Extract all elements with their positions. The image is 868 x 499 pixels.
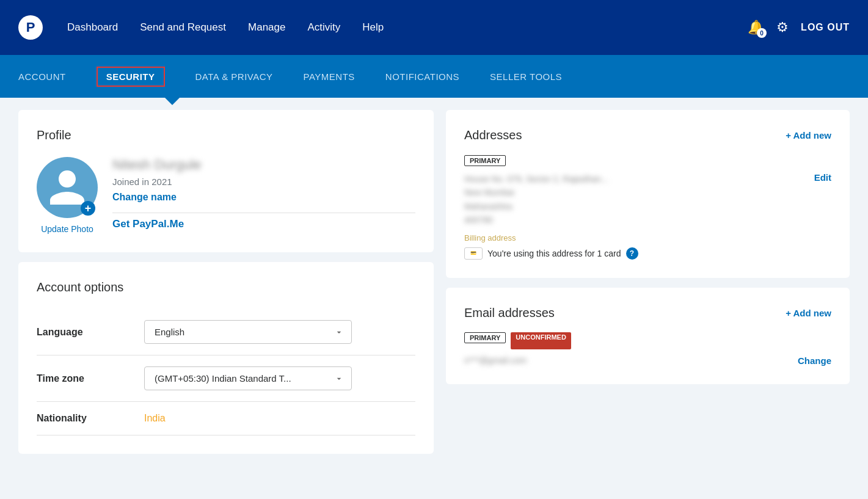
address-card-info: 💳 You're using this address for 1 card ? — [464, 247, 831, 260]
add-email-link[interactable]: + Add new — [786, 308, 831, 318]
tab-seller-tools[interactable]: SELLER TOOLS — [490, 69, 562, 84]
avatar-wrapper: + Update Photo — [37, 157, 98, 234]
email-unconfirmed-badge: UNCONFIRMED — [511, 332, 571, 349]
language-label: Language — [37, 327, 134, 338]
account-options-title: Account options — [37, 280, 415, 294]
addresses-header: Addresses + Add new — [464, 128, 831, 142]
email-value: n***@gmail.com — [464, 355, 527, 365]
right-column: Addresses + Add new PRIMARY House No. 07… — [446, 110, 850, 454]
language-option-row: Language English Hindi Spanish — [37, 309, 415, 355]
paypalme-link[interactable]: Get PayPal.Me — [112, 218, 184, 230]
profile-info: Nitesh Durgule Joined in 2021 Change nam… — [112, 157, 415, 230]
nationality-option-row: Nationality India — [37, 402, 415, 435]
nav-activity[interactable]: Activity — [307, 21, 340, 34]
profile-body: + Update Photo Nitesh Durgule Joined in … — [37, 157, 415, 234]
left-column: Profile + Update Photo Nitesh Durgule Jo… — [18, 110, 434, 454]
top-nav-links: Dashboard Send and Request Manage Activi… — [67, 21, 723, 34]
settings-icon[interactable]: ⚙ — [776, 20, 789, 35]
top-navigation: P Dashboard Send and Request Manage Acti… — [0, 0, 868, 55]
timezone-label: Time zone — [37, 373, 134, 384]
language-select[interactable]: English Hindi Spanish — [144, 320, 352, 344]
tab-payments[interactable]: PAYMENTS — [304, 69, 355, 84]
timezone-select[interactable]: (GMT+05:30) Indian Standard T... (GMT+00… — [144, 366, 352, 390]
secondary-navigation: ACCOUNT SECURITY DATA & PRIVACY PAYMENTS… — [0, 55, 868, 98]
notification-count: 0 — [757, 28, 767, 38]
address-text: House No. 079, Sector 2, Rajasthan... Ne… — [464, 172, 608, 227]
edit-address-link[interactable]: Edit — [814, 172, 831, 183]
account-options-card: Account options Language English Hindi S… — [18, 262, 434, 454]
billing-label: Billing address — [464, 233, 831, 242]
avatar: + — [37, 157, 98, 218]
timezone-option-row: Time zone (GMT+05:30) Indian Standard T.… — [37, 355, 415, 402]
add-address-link[interactable]: + Add new — [786, 130, 831, 140]
email-header: Email addresses + Add new — [464, 306, 831, 320]
profile-card: Profile + Update Photo Nitesh Durgule Jo… — [18, 110, 434, 252]
card-info-text: You're using this address for 1 card — [487, 249, 621, 258]
profile-section-title: Profile — [37, 128, 415, 142]
avatar-icon — [46, 166, 89, 209]
profile-name: Nitesh Durgule — [112, 157, 415, 173]
email-addresses-card: Email addresses + Add new PRIMARY UNCONF… — [446, 288, 850, 384]
credit-card-icon: 💳 — [464, 247, 483, 260]
tab-security[interactable]: SECURITY — [97, 67, 165, 87]
tab-notifications[interactable]: NOTIFICATIONS — [385, 69, 459, 84]
addresses-card: Addresses + Add new PRIMARY House No. 07… — [446, 110, 850, 278]
nav-help[interactable]: Help — [362, 21, 384, 34]
notification-bell[interactable]: 🔔 0 — [748, 20, 764, 35]
logout-button[interactable]: LOG OUT — [801, 22, 850, 33]
change-name-link[interactable]: Change name — [112, 192, 415, 203]
profile-joined: Joined in 2021 — [112, 177, 415, 187]
address-row: House No. 079, Sector 2, Rajasthan... Ne… — [464, 172, 831, 227]
tab-account[interactable]: ACCOUNT — [18, 69, 66, 84]
nationality-label: Nationality — [37, 413, 134, 424]
addresses-title: Addresses — [464, 128, 522, 142]
nav-manage[interactable]: Manage — [248, 21, 285, 34]
paypal-logo[interactable]: P — [18, 15, 43, 40]
email-row: n***@gmail.com Change — [464, 355, 831, 366]
nationality-value: India — [144, 413, 415, 424]
nav-send-request[interactable]: Send and Request — [140, 21, 226, 34]
help-icon[interactable]: ? — [626, 247, 638, 260]
address-primary-badge: PRIMARY — [464, 155, 506, 166]
change-email-link[interactable]: Change — [798, 355, 831, 366]
email-badges-row: PRIMARY UNCONFIRMED — [464, 332, 831, 349]
tab-data-privacy[interactable]: DATA & PRIVACY — [195, 69, 273, 84]
divider — [112, 213, 415, 213]
main-content: Profile + Update Photo Nitesh Durgule Jo… — [0, 98, 868, 466]
email-primary-badge: PRIMARY — [464, 332, 506, 343]
top-nav-right: 🔔 0 ⚙ LOG OUT — [748, 20, 850, 35]
update-photo-link[interactable]: Update Photo — [41, 224, 93, 234]
avatar-add-icon[interactable]: + — [81, 201, 95, 216]
nav-dashboard[interactable]: Dashboard — [67, 21, 118, 34]
email-title: Email addresses — [464, 306, 555, 320]
